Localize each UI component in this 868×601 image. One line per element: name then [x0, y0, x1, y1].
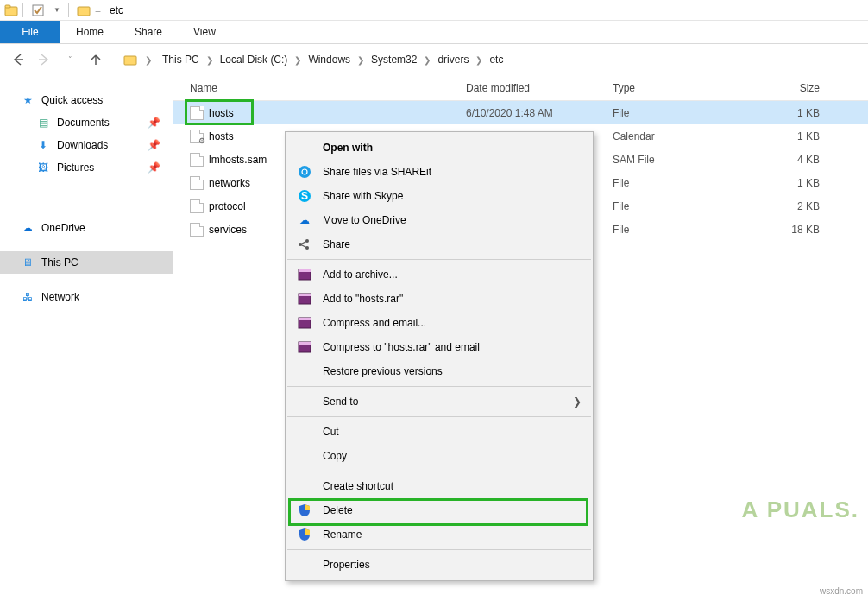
chevron-right-icon[interactable]: ❯ [422, 55, 432, 65]
forward-button[interactable] [31, 47, 57, 72]
crumb-etc[interactable]: etc [486, 52, 506, 67]
tab-home[interactable]: Home [60, 21, 119, 43]
dropdown-icon[interactable]: ▼ [49, 3, 65, 18]
cloud-icon: ☁ [297, 212, 312, 228]
file-type: File [613, 224, 742, 236]
chevron-right-icon[interactable]: ❯ [204, 55, 215, 65]
crumb-drivers[interactable]: drivers [434, 52, 472, 67]
file-icon [190, 223, 204, 237]
menu-create-shortcut[interactable]: Create shortcut [286, 474, 592, 498]
menu-add-archive[interactable]: Add to archive... [286, 263, 592, 287]
sidebar-item-documents[interactable]: ▤ Documents 📌 [0, 111, 173, 134]
menu-restore-versions[interactable]: Restore previous versions [286, 359, 592, 383]
menu-separator [287, 471, 591, 471]
sidebar-item-pictures[interactable]: 🖼 Pictures 📌 [0, 156, 173, 179]
watermark-site: wsxdn.com [820, 586, 863, 596]
svg-rect-14 [299, 269, 311, 272]
menu-rename[interactable]: Rename [286, 522, 592, 547]
menu-label: Rename [323, 528, 592, 541]
file-row[interactable]: hosts 6/10/2020 1:48 AM File 1 KB [173, 101, 868, 124]
menu-label: Add to archive... [323, 269, 592, 281]
menu-cut[interactable]: Cut [286, 420, 592, 444]
svg-rect-6 [124, 56, 136, 65]
crumb-c[interactable]: Local Disk (C:) [217, 52, 292, 67]
title-bar: ▼ = etc [0, 0, 868, 21]
file-size: 4 KB [742, 154, 820, 166]
tab-share[interactable]: Share [119, 21, 178, 43]
chevron-right-icon[interactable]: ❯ [292, 55, 303, 65]
up-button[interactable] [83, 47, 109, 72]
recent-locations-button[interactable]: ˅ [57, 47, 83, 72]
separator-pipe: = [95, 4, 101, 16]
menu-label: Create shortcut [323, 480, 592, 492]
address-folder-icon[interactable] [117, 47, 143, 72]
sidebar-label: This PC [41, 256, 79, 269]
sidebar-item-label: Pictures [57, 161, 94, 174]
sidebar-this-pc[interactable]: 🖥 This PC [0, 251, 173, 274]
ribbon: File Home Share View [0, 21, 868, 44]
sidebar-item-downloads[interactable]: ⬇ Downloads 📌 [0, 134, 173, 156]
file-size: 1 KB [742, 130, 820, 142]
chevron-right-icon[interactable]: ❯ [355, 55, 366, 65]
tab-view[interactable]: View [178, 21, 231, 43]
menu-label: Share with Skype [323, 190, 592, 202]
blank-icon [297, 424, 312, 440]
file-icon [190, 199, 204, 213]
menu-label: Cut [323, 426, 592, 438]
separator [68, 3, 69, 17]
blank-icon [297, 140, 312, 155]
shield-icon [297, 503, 312, 518]
col-name[interactable]: Name [190, 82, 466, 94]
menu-label: Share files via SHAREit [323, 166, 592, 178]
menu-copy[interactable]: Copy [286, 444, 592, 468]
file-icon [190, 130, 204, 143]
sidebar-label: Network [41, 291, 79, 303]
chevron-right-icon[interactable]: ❯ [143, 55, 154, 65]
back-button[interactable] [5, 47, 31, 72]
rar-icon [297, 315, 312, 331]
menu-move-onedrive[interactable]: ☁ Move to OneDrive [286, 208, 592, 232]
checkbox-icon[interactable] [30, 3, 46, 18]
menu-delete[interactable]: Delete [286, 498, 592, 522]
sidebar-item-label: Downloads [57, 139, 108, 151]
blank-icon [297, 478, 312, 494]
crumb-this-pc[interactable]: This PC [159, 52, 203, 67]
menu-open-with[interactable]: Open with [286, 136, 592, 160]
sidebar-network[interactable]: 🖧 Network [0, 286, 173, 308]
menu-label: Properties [323, 559, 592, 571]
menu-label: Move to OneDrive [323, 214, 592, 226]
menu-label: Share [323, 238, 592, 250]
file-type: File [613, 200, 742, 212]
share-icon [297, 237, 312, 252]
menu-shareit[interactable]: Share files via SHAREit [286, 160, 592, 184]
breadcrumb: This PC❯ Local Disk (C:)❯ Windows❯ Syste… [159, 52, 506, 67]
menu-compress-email[interactable]: Compress and email... [286, 311, 592, 335]
rar-icon [297, 339, 312, 355]
menu-compress-hosts-email[interactable]: Compress to "hosts.rar" and email [286, 335, 592, 359]
menu-separator [287, 549, 591, 550]
svg-text:S: S [301, 190, 308, 202]
file-name: hosts [209, 107, 234, 119]
blank-icon [297, 394, 312, 409]
crumb-system32[interactable]: System32 [368, 52, 420, 67]
menu-label: Open with [323, 142, 592, 154]
col-size[interactable]: Size [742, 82, 820, 94]
pin-icon: 📌 [148, 161, 160, 174]
file-tab[interactable]: File [0, 21, 60, 43]
menu-share[interactable]: Share [286, 232, 592, 256]
rar-icon [297, 291, 312, 307]
chevron-right-icon: ❯ [573, 395, 582, 408]
folder-icon [3, 3, 19, 18]
col-type[interactable]: Type [613, 82, 742, 94]
menu-send-to[interactable]: Send to ❯ [286, 389, 592, 414]
sidebar-onedrive[interactable]: ☁ OneDrive [0, 217, 173, 239]
menu-add-hosts-rar[interactable]: Add to "hosts.rar" [286, 287, 592, 311]
crumb-windows[interactable]: Windows [305, 52, 354, 67]
menu-properties[interactable]: Properties [286, 553, 592, 577]
blank-icon [297, 448, 312, 464]
file-name: services [209, 224, 247, 236]
sidebar-quick-access[interactable]: ★ Quick access [0, 89, 173, 111]
col-date[interactable]: Date modified [466, 82, 613, 94]
menu-skype[interactable]: S Share with Skype [286, 184, 592, 208]
chevron-right-icon[interactable]: ❯ [474, 55, 484, 65]
